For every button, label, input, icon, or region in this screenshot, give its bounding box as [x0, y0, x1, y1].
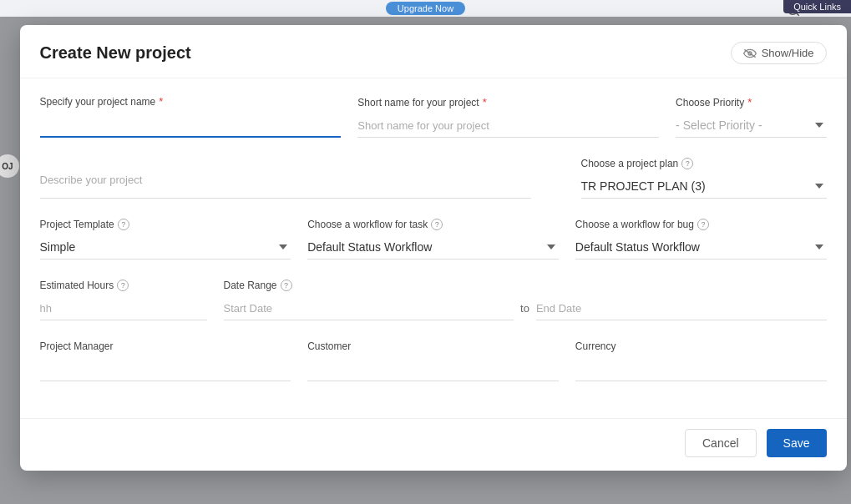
- eye-crossed-icon: [743, 48, 757, 58]
- chevron-down-workflow-task-icon: [547, 244, 555, 249]
- required-star-name: *: [159, 95, 163, 108]
- workflow-task-group: Choose a workflow for task ? Default Sta…: [307, 219, 559, 260]
- form-row-5: Project Manager Customer Currency: [40, 340, 827, 381]
- chevron-down-template-icon: [279, 244, 287, 249]
- project-template-group: Project Template ? Simple: [40, 219, 291, 260]
- chevron-down-project-plan-icon: [815, 184, 823, 189]
- form-row-4: Estimated Hours ? Date Range ? to: [40, 280, 827, 320]
- workflow-task-select-display[interactable]: Default Status Workflow: [307, 235, 559, 259]
- project-plan-select-wrapper[interactable]: TR PROJECT PLAN (3): [581, 174, 827, 199]
- priority-select-display[interactable]: - Select Priority -: [676, 113, 826, 137]
- estimated-hours-group: Estimated Hours ?: [40, 280, 207, 320]
- priority-label: Choose Priority *: [676, 96, 826, 108]
- priority-select-wrapper[interactable]: - Select Priority -: [676, 113, 826, 138]
- date-range-label: Date Range ?: [224, 280, 827, 291]
- create-project-modal: Create New project Show/Hide Specify you…: [15, 17, 851, 504]
- show-hide-button[interactable]: Show/Hide: [731, 42, 827, 64]
- short-name-input[interactable]: [357, 113, 659, 138]
- project-manager-label: Project Manager: [40, 340, 291, 352]
- project-manager-input[interactable]: [40, 357, 291, 381]
- project-template-select-display[interactable]: Simple: [40, 235, 291, 259]
- customer-label: Customer: [307, 340, 559, 352]
- project-template-label: Project Template ?: [40, 219, 291, 230]
- save-button[interactable]: Save: [767, 429, 827, 457]
- customer-group: Customer: [307, 340, 559, 381]
- workflow-bug-help-icon[interactable]: ?: [697, 219, 709, 230]
- project-template-select-wrapper[interactable]: Simple: [40, 235, 291, 260]
- project-manager-group: Project Manager: [40, 340, 291, 381]
- required-star-priority: *: [747, 96, 752, 108]
- workflow-bug-label: Choose a workflow for bug ?: [575, 219, 827, 230]
- short-name-group: Short name for your project *: [357, 96, 659, 138]
- date-range-row: to: [224, 296, 827, 320]
- customer-input[interactable]: [307, 357, 559, 381]
- project-name-group: Specify your project name *: [40, 95, 342, 138]
- modal-container: Create New project Show/Hide Specify you…: [20, 25, 847, 471]
- form-row-1: Specify your project name * Short name f…: [40, 95, 827, 138]
- project-plan-group: Choose a project plan ? TR PROJECT PLAN …: [581, 158, 827, 199]
- date-range-to-label: to: [520, 302, 529, 315]
- estimated-hours-help-icon[interactable]: ?: [117, 280, 129, 291]
- workflow-task-label: Choose a workflow for task ?: [307, 219, 559, 230]
- modal-footer: Cancel Save: [20, 418, 847, 471]
- required-star-short: *: [483, 96, 487, 108]
- chevron-down-icon: [815, 123, 823, 128]
- priority-group: Choose Priority * - Select Priority -: [676, 96, 826, 138]
- date-range-group: Date Range ? to: [224, 280, 827, 320]
- upgrade-now-button[interactable]: Upgrade Now: [386, 2, 465, 15]
- chevron-down-workflow-bug-icon: [815, 244, 823, 249]
- form-row-2: Choose a project plan ? TR PROJECT PLAN …: [40, 158, 827, 199]
- date-range-help-icon[interactable]: ?: [281, 280, 292, 291]
- quick-links-button[interactable]: Quick Links: [783, 0, 851, 13]
- workflow-task-help-icon[interactable]: ?: [431, 219, 443, 230]
- project-template-help-icon[interactable]: ?: [118, 219, 129, 230]
- project-name-label: Specify your project name *: [40, 95, 342, 108]
- project-plan-select-display[interactable]: TR PROJECT PLAN (3): [581, 174, 827, 198]
- short-name-label: Short name for your project *: [357, 96, 659, 108]
- cancel-button[interactable]: Cancel: [685, 429, 757, 457]
- workflow-task-select-wrapper[interactable]: Default Status Workflow: [307, 235, 559, 260]
- modal-header: Create New project Show/Hide: [20, 25, 847, 78]
- describe-input[interactable]: [40, 169, 531, 199]
- workflow-bug-select-display[interactable]: Default Status Workflow: [575, 235, 827, 259]
- project-plan-help-icon[interactable]: ?: [681, 158, 693, 169]
- currency-label: Currency: [575, 340, 827, 352]
- currency-group: Currency: [575, 340, 827, 381]
- show-hide-label: Show/Hide: [762, 47, 814, 59]
- form-row-3: Project Template ? Simple Choose a workf…: [40, 219, 827, 260]
- top-bar: Upgrade Now Quick Links: [0, 0, 851, 17]
- estimated-hours-label: Estimated Hours ?: [40, 280, 207, 291]
- estimated-hours-input[interactable]: [40, 296, 207, 320]
- describe-group: [40, 169, 531, 199]
- start-date-input[interactable]: [224, 296, 514, 320]
- currency-input[interactable]: [575, 357, 827, 381]
- end-date-input[interactable]: [536, 296, 827, 320]
- project-plan-label: Choose a project plan ?: [581, 158, 827, 169]
- project-name-input[interactable]: [40, 113, 342, 138]
- modal-title: Create New project: [40, 43, 191, 63]
- workflow-bug-group: Choose a workflow for bug ? Default Stat…: [575, 219, 827, 260]
- modal-body: Specify your project name * Short name f…: [20, 78, 847, 418]
- workflow-bug-select-wrapper[interactable]: Default Status Workflow: [575, 235, 827, 260]
